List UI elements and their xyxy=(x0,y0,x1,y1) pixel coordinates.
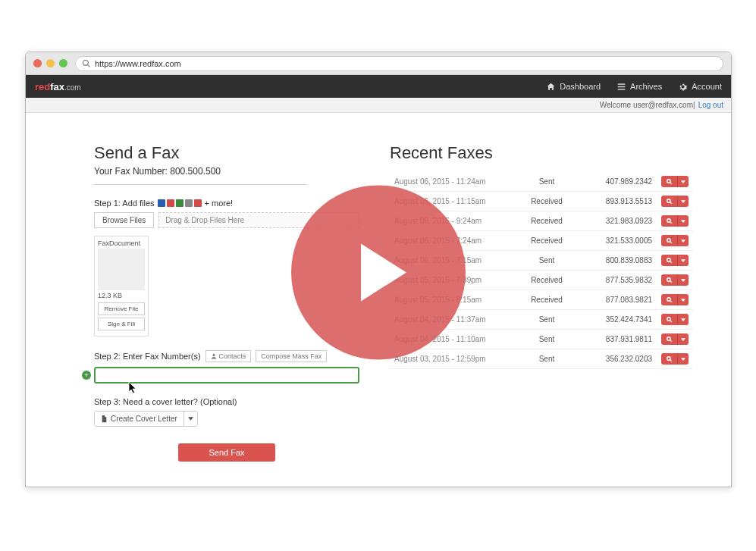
magnify-icon xyxy=(666,218,673,224)
view-fax-button[interactable] xyxy=(661,215,677,227)
view-fax-button[interactable] xyxy=(661,294,677,305)
url-text: https://www.redfax.com xyxy=(95,59,181,68)
table-row: August 03, 2015 - 12:59pmSent356.232.020… xyxy=(390,349,693,369)
add-number-button[interactable]: + xyxy=(82,371,91,380)
play-video-button[interactable] xyxy=(291,185,466,359)
svg-rect-4 xyxy=(618,89,626,89)
caret-down-icon xyxy=(681,180,685,183)
nav-archives[interactable]: Archives xyxy=(617,82,662,91)
browse-files-button[interactable]: Browse Files xyxy=(94,212,154,228)
fax-action-dropdown[interactable] xyxy=(677,274,689,286)
create-cover-letter-button[interactable]: Create Cover Letter xyxy=(95,412,184,426)
svg-line-23 xyxy=(670,340,672,342)
svg-point-24 xyxy=(667,357,671,361)
svg-point-12 xyxy=(667,239,671,243)
fax-status: Sent xyxy=(513,330,581,349)
fax-status: Sent xyxy=(513,172,581,192)
cover-letter-dropdown[interactable] xyxy=(184,412,197,426)
your-fax-number: Your Fax Number: 800.500.500 xyxy=(94,166,306,185)
fax-status: Sent xyxy=(513,349,581,369)
caret-down-icon xyxy=(681,299,685,302)
fax-action-dropdown[interactable] xyxy=(677,314,689,325)
svg-point-10 xyxy=(667,219,671,223)
svg-point-5 xyxy=(212,354,215,356)
svg-rect-2 xyxy=(618,83,626,84)
logo[interactable]: redfax.com xyxy=(35,81,81,92)
fax-action-dropdown[interactable] xyxy=(677,333,689,345)
caret-down-icon xyxy=(681,259,685,262)
minimize-window-button[interactable] xyxy=(46,59,55,67)
fax-phone: 407.989.2342 xyxy=(581,172,657,192)
caret-down-icon xyxy=(681,220,685,223)
view-fax-button[interactable] xyxy=(661,353,677,365)
sign-fill-button[interactable]: Sign & Fill xyxy=(98,318,145,330)
svg-rect-3 xyxy=(618,86,626,86)
close-window-button[interactable] xyxy=(33,59,42,67)
view-fax-button[interactable] xyxy=(661,314,677,325)
traffic-lights xyxy=(33,59,67,67)
excel-icon xyxy=(176,199,184,207)
fax-action-dropdown[interactable] xyxy=(677,176,689,187)
remove-file-button[interactable]: Remove File xyxy=(98,302,145,315)
fax-status: Received xyxy=(513,231,581,251)
fax-action-dropdown[interactable] xyxy=(677,215,689,227)
compose-mass-fax-button[interactable]: Compose Mass Fax xyxy=(256,350,327,362)
browser-chrome: https://www.redfax.com xyxy=(26,52,731,75)
svg-line-13 xyxy=(670,242,672,243)
svg-point-18 xyxy=(667,298,671,302)
svg-point-16 xyxy=(667,278,671,282)
list-icon xyxy=(617,83,626,91)
logout-link[interactable]: Log out xyxy=(698,101,723,109)
fax-phone: 321.983.0923 xyxy=(581,211,657,231)
svg-line-9 xyxy=(670,202,672,204)
fax-action-dropdown[interactable] xyxy=(677,196,689,207)
view-fax-button[interactable] xyxy=(661,235,677,246)
contacts-button[interactable]: Contacts xyxy=(205,350,252,362)
svg-point-6 xyxy=(667,180,671,183)
attached-file: FaxDocument 12.3 KB Remove File Sign & F… xyxy=(94,236,149,337)
document-icon xyxy=(101,415,108,423)
svg-line-1 xyxy=(88,65,90,67)
view-fax-button[interactable] xyxy=(661,333,677,345)
fax-phone: 893.913.5513 xyxy=(581,192,657,211)
fax-status: Sent xyxy=(513,251,581,271)
svg-line-7 xyxy=(670,183,672,184)
fax-number-input[interactable] xyxy=(94,367,359,384)
magnify-icon xyxy=(666,198,673,205)
fax-status: Received xyxy=(513,271,581,290)
nav-dashboard[interactable]: Dashboard xyxy=(547,82,601,91)
fax-status: Received xyxy=(513,192,581,211)
nav-account[interactable]: Account xyxy=(679,82,722,91)
caret-down-icon xyxy=(681,358,685,361)
send-fax-button[interactable]: Send Fax xyxy=(178,443,274,462)
step3-label: Step 3: Need a cover letter? (Optional) xyxy=(94,397,359,406)
fax-action-dropdown[interactable] xyxy=(677,255,689,266)
fax-status: Received xyxy=(513,211,581,231)
caret-down-icon xyxy=(681,338,685,341)
view-fax-button[interactable] xyxy=(661,274,677,286)
fax-phone: 837.931.9811 xyxy=(581,330,657,349)
svg-line-25 xyxy=(670,360,672,362)
fax-action-dropdown[interactable] xyxy=(677,353,689,365)
svg-line-11 xyxy=(670,222,672,224)
view-fax-button[interactable] xyxy=(661,196,677,207)
svg-line-17 xyxy=(670,281,672,283)
magnify-icon xyxy=(666,336,673,343)
svg-point-8 xyxy=(667,199,671,203)
fax-phone: 877.083.9821 xyxy=(581,290,657,310)
maximize-window-button[interactable] xyxy=(59,59,67,67)
recent-title: Recent Faxes xyxy=(390,143,693,163)
svg-point-0 xyxy=(83,60,88,65)
view-fax-button[interactable] xyxy=(661,176,677,187)
user-icon xyxy=(211,353,217,359)
app-header: redfax.com Dashboard Archives Account xyxy=(26,75,731,98)
view-fax-button[interactable] xyxy=(661,255,677,266)
svg-point-14 xyxy=(667,258,671,262)
caret-down-icon xyxy=(681,200,685,203)
fax-action-dropdown[interactable] xyxy=(677,235,689,246)
url-bar[interactable]: https://www.redfax.com xyxy=(75,56,723,71)
file-thumbnail xyxy=(98,249,145,290)
sub-header: Welcome user@redfax.com | Log out xyxy=(26,98,731,113)
svg-point-22 xyxy=(667,337,671,341)
fax-action-dropdown[interactable] xyxy=(677,294,689,305)
